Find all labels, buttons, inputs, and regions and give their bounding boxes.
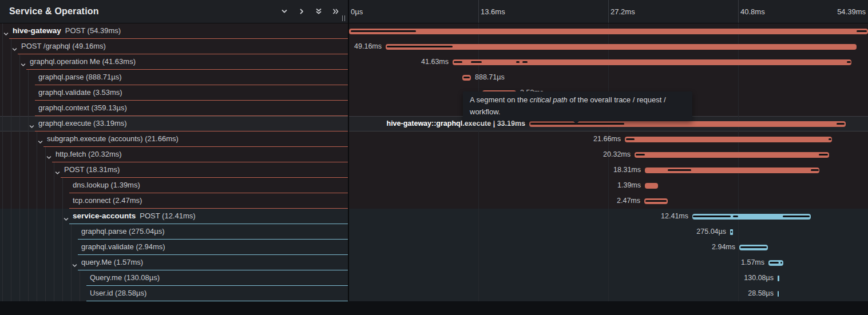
- operation-name: dns.lookup (1.39ms): [73, 181, 140, 189]
- span-name-cell[interactable]: http.fetch (20.32ms): [0, 147, 349, 162]
- timeline-gridline: [608, 23, 609, 301]
- operation-name: graphql.parse (888.71µs): [38, 73, 122, 81]
- indent-guide: [28, 240, 29, 255]
- critical-path-segment[interactable]: [693, 216, 731, 217]
- span-name-cell[interactable]: POST (18.31ms): [0, 162, 349, 178]
- span-name-cell[interactable]: graphql.operation Me (41.63ms): [0, 54, 349, 70]
- span-name-label: POST /graphql (49.16ms): [21, 39, 106, 54]
- critical-path-segment[interactable]: [387, 46, 453, 47]
- expand-chevron-icon[interactable]: [72, 260, 77, 270]
- span-bar[interactable]: [739, 245, 768, 250]
- expand-chevron-icon[interactable]: [38, 137, 43, 147]
- span-bar[interactable]: [645, 183, 658, 189]
- span-bar[interactable]: [625, 137, 832, 142]
- span-name-label: POST (18.31ms): [64, 162, 120, 177]
- indent-guide: [71, 286, 72, 301]
- critical-path-segment[interactable]: [645, 200, 667, 202]
- critical-path-segment[interactable]: [668, 169, 691, 171]
- indent-guide: [19, 240, 20, 255]
- indent-guide: [2, 162, 3, 178]
- axis-tick-label: 27.2ms: [611, 7, 635, 16]
- span-name-cell[interactable]: graphql.execute (33.19ms): [0, 116, 349, 131]
- critical-path-segment[interactable]: [783, 216, 810, 217]
- indent-guide: [19, 270, 20, 286]
- indent-guide: [11, 54, 11, 70]
- span-bar[interactable]: [644, 198, 668, 204]
- indent-guide: [11, 70, 11, 85]
- critical-path-segment[interactable]: [522, 61, 528, 63]
- critical-path-segment[interactable]: [731, 231, 732, 233]
- span-name-cell[interactable]: query.Me (1.57ms): [0, 255, 349, 270]
- span-name-cell[interactable]: service-accountsPOST (12.41ms): [0, 209, 349, 224]
- span-bar[interactable]: [386, 44, 857, 50]
- span-name-cell[interactable]: graphql.parse (888.71µs): [0, 70, 349, 85]
- span-bar[interactable]: [768, 260, 783, 266]
- span-name-cell[interactable]: dns.lookup (1.39ms): [0, 178, 349, 193]
- span-name-cell[interactable]: Query.me (130.08µs): [0, 270, 349, 286]
- chevron-down-icon[interactable]: [276, 4, 293, 19]
- indent-guide: [11, 255, 11, 270]
- critical-path-segment[interactable]: [471, 61, 482, 63]
- indent-guide: [45, 286, 46, 301]
- expand-chevron-icon[interactable]: [29, 121, 34, 131]
- span-name-cell[interactable]: User.id (28.58µs): [0, 286, 349, 301]
- critical-path-segment[interactable]: [626, 138, 635, 140]
- indent-guide: [62, 193, 63, 209]
- span-bar[interactable]: [645, 168, 819, 173]
- critical-path-segment[interactable]: [811, 169, 819, 171]
- indent-guide: [28, 131, 29, 147]
- span-name-cell[interactable]: subgraph.execute (accounts) (21.66ms): [0, 131, 349, 147]
- critical-path-segment[interactable]: [780, 262, 782, 264]
- critical-path-segment[interactable]: [847, 61, 851, 63]
- span-name-cell[interactable]: tcp.connect (2.47ms): [0, 193, 349, 209]
- indent-guide: [28, 162, 29, 178]
- timeline-gridline: [738, 23, 739, 301]
- span-name-cell[interactable]: graphql.context (359.13µs): [0, 101, 349, 116]
- indent-guide: [54, 224, 54, 240]
- critical-path-segment[interactable]: [351, 30, 416, 32]
- column-resize-handle[interactable]: [342, 15, 346, 21]
- expand-chevron-icon[interactable]: [3, 29, 9, 39]
- critical-path-segment[interactable]: [733, 216, 738, 217]
- span-bar[interactable]: [778, 291, 779, 297]
- span-bar[interactable]: [462, 75, 471, 81]
- chevron-right-icon[interactable]: [293, 4, 310, 19]
- span-name-cell[interactable]: POST /graphql (49.16ms): [0, 39, 349, 54]
- operation-name: POST (54.39ms): [65, 26, 121, 35]
- critical-path-segment[interactable]: [636, 154, 645, 155]
- expand-chevron-icon[interactable]: [55, 168, 60, 178]
- critical-path-segment[interactable]: [463, 77, 470, 78]
- critical-path-segment[interactable]: [829, 138, 831, 140]
- indent-guide: [45, 255, 46, 270]
- double-chevron-down-icon[interactable]: [310, 4, 327, 19]
- critical-path-segment[interactable]: [837, 123, 845, 125]
- span-name-cell[interactable]: graphql.validate (2.94ms): [0, 240, 349, 255]
- critical-path-segment[interactable]: [454, 61, 462, 63]
- span-name-cell[interactable]: hive-gatewayPOST (54.39ms): [0, 23, 349, 39]
- critical-path-segment[interactable]: [857, 30, 867, 32]
- expand-chevron-icon[interactable]: [12, 44, 17, 54]
- span-bar[interactable]: [692, 214, 811, 220]
- indent-guide: [62, 286, 63, 301]
- page-title: Service & Operation: [9, 6, 276, 17]
- critical-path-segment[interactable]: [770, 262, 779, 264]
- expand-chevron-icon[interactable]: [64, 214, 69, 224]
- span-bar[interactable]: [778, 276, 779, 281]
- span-bar[interactable]: [349, 29, 868, 34]
- critical-path-segment[interactable]: [819, 154, 828, 155]
- critical-path-segment[interactable]: [740, 246, 767, 248]
- span-name-cell[interactable]: graphql.parse (275.04µs): [0, 224, 349, 240]
- span-bar[interactable]: [453, 59, 851, 65]
- indent-guide: [45, 224, 46, 240]
- span-name-cell[interactable]: graphql.validate (3.53ms): [0, 85, 349, 101]
- expand-chevron-icon[interactable]: [46, 152, 51, 162]
- critical-path-segment[interactable]: [516, 61, 520, 63]
- indent-guide: [2, 85, 3, 101]
- indent-guide: [37, 270, 37, 286]
- expand-chevron-icon[interactable]: [21, 59, 26, 70]
- indent-guide: [54, 286, 54, 301]
- operation-name: graphql.operation Me (41.63ms): [30, 57, 136, 66]
- span-bar[interactable]: [635, 152, 829, 158]
- span-bar[interactable]: [730, 229, 733, 235]
- span-name-label: hive-gatewayPOST (54.39ms): [13, 23, 121, 38]
